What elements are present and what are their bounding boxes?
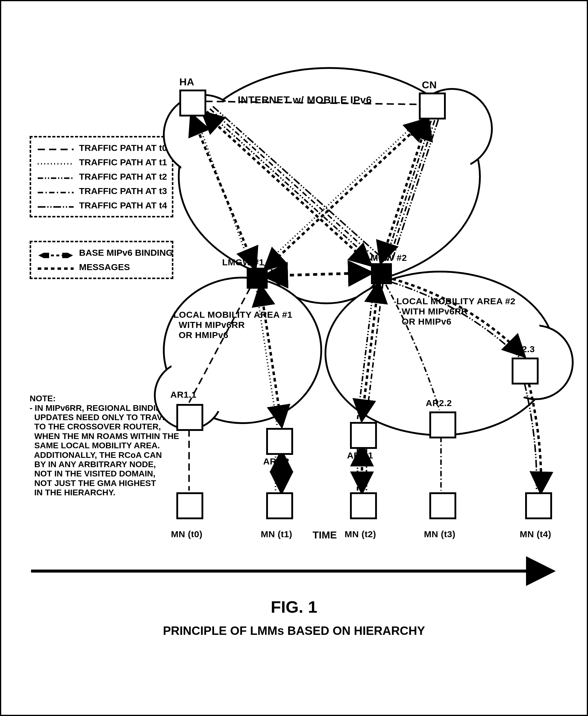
figure-page: TRAFFIC PATH AT t0 TRAFFIC PATH AT t1 TR… (0, 0, 588, 716)
note-body: - IN MIPv6RR, REGIONAL BINDING UPDATES N… (30, 403, 179, 497)
legend-row-t2: TRAFFIC PATH AT t2 (38, 172, 165, 182)
legend-bindings: BASE MIPv6 BINDING MESSAGES (30, 241, 173, 279)
node-lmgw1 (247, 268, 268, 289)
label-ar23: AR2.3 (509, 344, 535, 354)
label-cn: CN (422, 79, 437, 91)
legend-row-t3: TRAFFIC PATH AT t3 (38, 186, 165, 196)
node-ar22 (429, 412, 456, 438)
node-ar11 (176, 404, 203, 431)
label-ar12: AR1.2 (263, 456, 290, 467)
node-mn-t2 (350, 492, 377, 519)
fig-label: FIG. 1 (1, 597, 587, 616)
node-cn (419, 92, 446, 120)
legend-text-t3: TRAFFIC PATH AT t3 (79, 186, 167, 196)
legend-text-messages: MESSAGES (79, 262, 130, 272)
label-ar11: AR1.1 (170, 389, 197, 400)
node-ar21 (350, 422, 377, 449)
label-lmgw2: LMGW #2 (365, 253, 407, 263)
label-mn-t3: MN (t3) (424, 529, 455, 539)
label-lmgw1: LMGW #1 (222, 257, 264, 268)
legend-traffic-paths: TRAFFIC PATH AT t0 TRAFFIC PATH AT t1 TR… (30, 136, 173, 217)
legend-row-messages: MESSAGES (38, 262, 165, 272)
legend-text-binding: BASE MIPv6 BINDING (79, 248, 173, 258)
node-ar12 (266, 428, 293, 455)
node-mn-t3 (429, 492, 456, 519)
fig-caption: PRINCIPLE OF LMMs BASED ON HIERARCHY (1, 624, 587, 637)
node-ar23 (512, 358, 539, 384)
node-ha (179, 89, 206, 117)
label-mn-t1: MN (t1) (261, 529, 292, 539)
label-area1: LOCAL MOBILITY AREA #1 WITH MIPv6RR OR H… (173, 310, 293, 340)
label-ar22: AR2.2 (426, 398, 452, 408)
legend-row-t1: TRAFFIC PATH AT t1 (38, 157, 165, 167)
node-mn-t4 (525, 492, 552, 519)
label-ar21: AR2.1 (347, 450, 373, 461)
legend-row-binding: BASE MIPv6 BINDING (38, 248, 165, 258)
label-time: TIME (313, 529, 337, 541)
legend-text-t2: TRAFFIC PATH AT t2 (79, 172, 167, 182)
node-mn-t1 (266, 492, 293, 519)
label-area2: LOCAL MOBILITY AREA #2 WITH MIPv6RR OR H… (396, 296, 516, 327)
label-mn-t0: MN (t0) (171, 529, 203, 539)
legend-text-t4: TRAFFIC PATH AT t4 (79, 200, 167, 211)
legend-row-t0: TRAFFIC PATH AT t0 (38, 143, 165, 153)
label-mn-t2: MN (t2) (344, 529, 376, 539)
label-internet: INTERNET w/ MOBILE IPv6 (238, 94, 372, 106)
legend-text-t0: TRAFFIC PATH AT t0 (79, 143, 167, 153)
node-mn-t0 (176, 492, 203, 519)
node-lmgw2 (371, 263, 392, 284)
note-title: NOTE: (30, 394, 56, 403)
legend-text-t1: TRAFFIC PATH AT t1 (79, 157, 167, 167)
legend-row-t4: TRAFFIC PATH AT t4 (38, 200, 165, 211)
label-ha: HA (179, 76, 194, 88)
label-mn-t4: MN (t4) (520, 529, 551, 539)
